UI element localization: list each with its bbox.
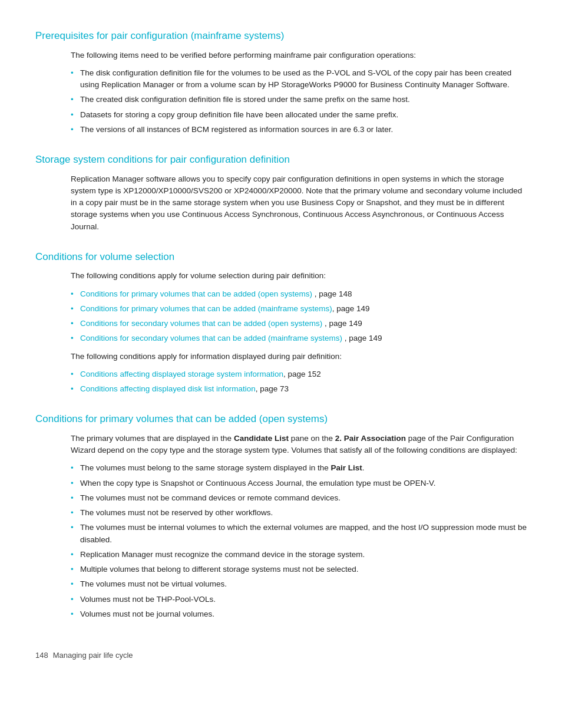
list-item: Volumes must not be journal volumes. [71, 608, 527, 620]
section-body-storage-conditions: Replication Manager software allows you … [71, 173, 527, 233]
bullet-list-volume-links2: Conditions affecting displayed storage s… [71, 368, 527, 396]
list-item: Datasets for storing a copy group defini… [71, 109, 527, 121]
list-item: The versions of all instances of BCM reg… [71, 124, 527, 136]
list-item: Volumes must not be THP-Pool-VOLs. [71, 594, 527, 605]
list-item: Conditions for secondary volumes that ca… [71, 332, 527, 344]
list-item: Conditions for secondary volumes that ca… [71, 318, 527, 330]
bold-pair-list: Pair List [330, 463, 362, 472]
section-storage-conditions: Storage system conditions for pair confi… [35, 152, 527, 233]
link-secondary-mainframe[interactable]: Conditions for secondary volumes that ca… [80, 334, 342, 342]
section-body-conditions-primary-open: The primary volumes that are displayed i… [71, 433, 527, 620]
list-item: The volumes must be internal volumes to … [71, 522, 527, 546]
bold-candidate-list: Candidate List [234, 434, 289, 443]
section-intro-conditions-volume: The following conditions apply for volum… [71, 270, 527, 282]
section-conditions-primary-open: Conditions for primary volumes that can … [35, 411, 527, 620]
link-primary-mainframe[interactable]: Conditions for primary volumes that can … [80, 304, 332, 313]
section-conditions-volume: Conditions for volume selection The foll… [35, 249, 527, 396]
list-item: Multiple volumes that belong to differen… [71, 564, 527, 575]
footer-text: Managing pair life cycle [53, 650, 133, 661]
bold-pair-association: 2. Pair Association [335, 434, 406, 443]
list-item: The volumes must not be command devices … [71, 492, 527, 504]
list-item: The created disk configuration definitio… [71, 94, 527, 106]
list-item: Conditions affecting displayed storage s… [71, 368, 527, 380]
section-body-prerequisites: The following items need to be verified … [71, 50, 527, 136]
bullet-list-primary-open: The volumes must belong to the same stor… [71, 462, 527, 620]
section-intro2-conditions-volume: The following conditions apply for infor… [71, 351, 527, 363]
section-title-conditions-primary-open: Conditions for primary volumes that can … [35, 411, 527, 427]
list-item: The disk configuration definition file f… [71, 67, 527, 91]
link-secondary-open[interactable]: Conditions for secondary volumes that ca… [80, 319, 322, 328]
section-prerequisites: Prerequisites for pair configuration (ma… [35, 28, 527, 136]
section-intro-prerequisites: The following items need to be verified … [71, 50, 527, 61]
link-displayed-storage[interactable]: Conditions affecting displayed storage s… [80, 370, 283, 378]
list-item: When the copy type is Snapshot or Contin… [71, 477, 527, 489]
footer-line: 148 Managing pair life cycle [35, 650, 527, 661]
bullet-list-volume-links: Conditions for primary volumes that can … [71, 288, 527, 345]
link-primary-open[interactable]: Conditions for primary volumes that can … [80, 289, 312, 298]
list-item: The volumes must belong to the same stor… [71, 462, 527, 474]
section-title-conditions-volume: Conditions for volume selection [35, 249, 527, 265]
link-displayed-disk[interactable]: Conditions affecting displayed disk list… [80, 384, 256, 393]
bullet-list-prerequisites: The disk configuration definition file f… [71, 67, 527, 136]
list-item: Conditions for primary volumes that can … [71, 303, 527, 315]
section-body-text-storage: Replication Manager software allows you … [71, 173, 527, 233]
section-intro-primary-open: The primary volumes that are displayed i… [71, 433, 527, 457]
section-title-storage-conditions: Storage system conditions for pair confi… [35, 152, 527, 167]
section-body-conditions-volume: The following conditions apply for volum… [71, 270, 527, 395]
list-item: Conditions for primary volumes that can … [71, 288, 527, 300]
list-item: Replication Manager must recognize the c… [71, 549, 527, 561]
page-footer: 148 Managing pair life cycle [35, 650, 527, 661]
footer-page-number: 148 [35, 650, 48, 661]
list-item: The volumes must not be reserved by othe… [71, 507, 527, 519]
list-item: Conditions affecting displayed disk list… [71, 383, 527, 395]
section-title-prerequisites: Prerequisites for pair configuration (ma… [35, 28, 527, 44]
list-item: The volumes must not be virtual volumes. [71, 578, 527, 590]
